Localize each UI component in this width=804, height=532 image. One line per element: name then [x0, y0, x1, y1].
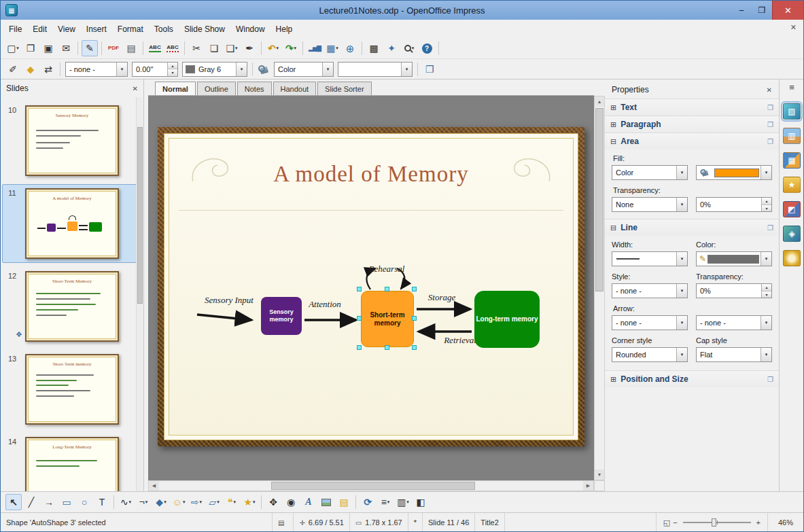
spin-up-icon[interactable]: ▴ — [168, 63, 177, 70]
menu-item-slide-show[interactable]: Slide Show — [179, 21, 230, 37]
styles-tab-icon[interactable]: ◈ — [783, 226, 801, 242]
display-grid-icon[interactable]: ▩ — [366, 40, 382, 56]
slide-thumbnail-row[interactable]: 13 Short-Term memory — [2, 350, 141, 429]
selection-handle[interactable] — [357, 345, 362, 350]
label-sensory-input[interactable]: Sensory Input — [192, 295, 266, 306]
slide-thumbnail[interactable]: A model of Memory — [25, 188, 119, 259]
stars-icon[interactable]: ★▾ — [241, 494, 258, 510]
help-icon[interactable]: ? — [419, 40, 435, 56]
zoom-icon[interactable]: ▾ — [401, 40, 417, 56]
slide[interactable]: A model of Memory Sensory Input — [158, 127, 584, 446]
selection-handle[interactable] — [412, 345, 417, 350]
menu-item-help[interactable]: Help — [270, 21, 298, 37]
spin-up-icon[interactable]: ▴ — [762, 198, 771, 205]
zoom-in-button[interactable]: + — [755, 518, 762, 527]
print-icon[interactable]: ▤ — [123, 40, 139, 56]
redo-icon[interactable]: ↷▾ — [283, 40, 299, 56]
line-icon[interactable]: ╱ — [23, 494, 39, 510]
tab-normal[interactable]: Normal — [155, 82, 196, 95]
chevron-down-icon[interactable]: ▾ — [761, 348, 771, 361]
close-document-icon[interactable]: ✕ — [790, 23, 797, 32]
menu-item-insert[interactable]: Insert — [81, 21, 112, 37]
rectangle-icon[interactable]: ▭ — [58, 494, 75, 510]
chevron-down-icon[interactable]: ▾ — [217, 499, 220, 505]
vertical-scrollbar[interactable]: ▲ ▼ — [594, 96, 605, 480]
tab-outline[interactable]: Outline — [197, 82, 236, 95]
menu-item-edit[interactable]: Edit — [27, 21, 52, 37]
scroll-left-icon[interactable]: ◀ — [149, 481, 159, 491]
zoom-percentage[interactable]: 46% — [768, 513, 803, 532]
edit-points-tool-icon[interactable]: ✥ — [265, 494, 281, 510]
chevron-down-icon[interactable]: ▾ — [236, 63, 247, 76]
slide-thumbnail-row[interactable]: 14 Long-Term Memory — [2, 433, 141, 491]
expand-icon[interactable]: ⊞ — [610, 103, 616, 112]
slide-title[interactable]: A model of Memory — [164, 162, 578, 187]
shape-sensory-memory[interactable]: Sensory memory — [261, 297, 302, 335]
tab-handout[interactable]: Handout — [273, 82, 317, 95]
curve-icon[interactable]: ∿▾ — [118, 494, 134, 510]
insert-chart-icon[interactable]: ▂▅▇ — [307, 40, 323, 56]
dialog-launcher-icon[interactable]: ❐ — [767, 138, 773, 145]
copy-icon[interactable]: ❏ — [206, 40, 222, 56]
chevron-down-icon[interactable]: ▾ — [253, 499, 256, 505]
spin-up-icon[interactable]: ▴ — [762, 284, 771, 291]
paste-icon[interactable]: ❑▾ — [224, 40, 240, 56]
insert-picture-icon[interactable] — [318, 494, 334, 510]
collapse-icon[interactable]: ⊟ — [610, 224, 616, 232]
shape-long-term-memory[interactable]: Long-term memory — [474, 291, 540, 348]
chevron-down-icon[interactable]: ▾ — [676, 252, 687, 266]
chevron-down-icon[interactable]: ▾ — [412, 46, 415, 51]
custom-animation-tab-icon[interactable]: ★ — [783, 177, 801, 193]
chevron-down-icon[interactable]: ▾ — [676, 198, 687, 211]
chevron-down-icon[interactable]: ▾ — [387, 499, 390, 505]
hyperlink-icon[interactable]: ⊕ — [342, 40, 358, 56]
save-icon[interactable]: ▣ — [40, 40, 56, 56]
slides-panel-scrollbar[interactable] — [136, 97, 143, 491]
slide-thumbnail-row-selected[interactable]: 11 A model of Memory — [2, 184, 141, 263]
edit-file-icon[interactable]: ✎ — [82, 40, 98, 56]
line-width-spinner[interactable]: 0.00" ▴▾ — [132, 62, 178, 77]
chevron-down-icon[interactable]: ▾ — [676, 316, 687, 330]
rotate-icon[interactable]: ⟳ — [360, 494, 376, 510]
arrow-end-dropdown[interactable]: - none - ▾ — [696, 315, 772, 330]
section-header-area[interactable]: ⊟ Area ❐ — [605, 132, 779, 149]
chevron-down-icon[interactable]: ▾ — [761, 252, 771, 266]
flip-icon[interactable]: ⇄ — [40, 61, 56, 77]
export-pdf-icon[interactable]: PDF — [105, 40, 122, 56]
chevron-down-icon[interactable]: ▾ — [200, 499, 203, 505]
slide-thumbnail[interactable]: Short-Term memory — [25, 354, 119, 425]
menu-item-window[interactable]: Window — [230, 21, 270, 37]
chevron-down-icon[interactable]: ▾ — [676, 284, 687, 298]
chevron-down-icon[interactable]: ▾ — [277, 46, 279, 51]
callouts-icon[interactable]: ❝▾ — [224, 494, 240, 510]
zoom-slider-handle[interactable] — [712, 518, 716, 527]
block-arrows-icon[interactable]: ⇨▾ — [188, 494, 205, 510]
selection-handle[interactable] — [357, 316, 362, 321]
slide-thumbnail[interactable]: Short-Term Memory — [25, 271, 119, 342]
chevron-down-icon[interactable]: ▾ — [676, 166, 687, 179]
chevron-down-icon[interactable]: ▾ — [406, 499, 409, 505]
title-bar[interactable]: ▦ Lecture01Notes.odp - OpenOffice Impres… — [1, 1, 803, 20]
tab-slide-sorter[interactable]: Slide Sorter — [317, 82, 371, 95]
email-document-icon[interactable]: ✉ — [58, 40, 74, 56]
chevron-down-icon[interactable]: ▾ — [145, 499, 148, 505]
slide-thumbnail[interactable]: Sensory Memory — [25, 105, 119, 176]
extrusion-icon[interactable]: ◧ — [413, 494, 429, 510]
slide-thumbnail-row[interactable]: 12 Short-Term Memory — [2, 267, 141, 346]
selection-handle[interactable] — [385, 345, 389, 350]
chevron-down-icon[interactable]: ▾ — [761, 166, 771, 179]
chevron-down-icon[interactable]: ▾ — [401, 63, 412, 76]
open-icon[interactable]: ❐ — [22, 40, 39, 56]
spellcheck-icon[interactable]: ABC — [147, 40, 163, 56]
horizontal-scrollbar[interactable]: ◀ ▶ — [148, 480, 594, 491]
ellipse-icon[interactable]: ○ — [76, 494, 92, 510]
chevron-down-icon[interactable]: ▾ — [294, 46, 297, 51]
fill-color-dropdown[interactable]: ▾ — [338, 62, 413, 77]
line-style-dropdown[interactable]: - none - ▾ — [612, 283, 688, 298]
dialog-launcher-icon[interactable]: ❐ — [767, 376, 773, 383]
connector-icon[interactable]: ¬▾ — [135, 494, 152, 510]
label-storage[interactable]: Storage — [418, 292, 466, 303]
selection-handle[interactable] — [385, 287, 389, 291]
chevron-down-icon[interactable]: ▾ — [16, 46, 19, 51]
minimize-button[interactable]: – — [731, 1, 752, 20]
